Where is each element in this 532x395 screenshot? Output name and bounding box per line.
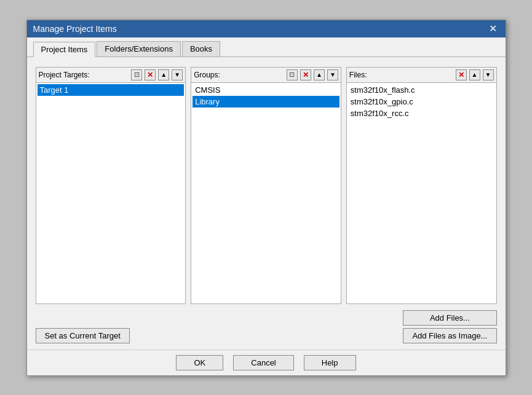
dialog-title: Manage Project Items [33,24,117,34]
new-group-button[interactable]: ⊡ [287,69,298,80]
up-icon: ▲ [472,71,478,78]
files-panel: Files: ✕ ▲ ▼ stm32f10x_flash.c stm32f10x… [346,67,497,304]
list-item[interactable]: Library [193,96,339,108]
add-files-as-image-button[interactable]: Add Files as Image... [403,328,496,343]
set-current-target-button[interactable]: Set as Current Target [36,328,130,343]
groups-label: Groups: [194,71,284,79]
bottom-right: Add Files... Add Files as Image... [403,310,496,343]
down-icon: ▼ [174,71,180,78]
list-item[interactable]: stm32f10x_gpio.c [348,96,495,108]
down-icon: ▼ [485,71,491,78]
delete-icon: ✕ [147,71,153,79]
list-item[interactable]: stm32f10x_rcc.c [348,108,495,119]
delete-file-button[interactable]: ✕ [456,69,467,80]
help-button[interactable]: Help [304,355,356,370]
delete-group-button[interactable]: ✕ [300,69,311,80]
cancel-button[interactable]: Cancel [233,355,293,370]
up-icon: ▲ [316,71,322,78]
bottom-row: Set as Current Target Add Files... Add F… [36,310,497,343]
dialog-body: Project Targets: ⊡ ✕ ▲ ▼ Target 1 [27,57,506,350]
delete-icon: ✕ [303,71,309,79]
project-targets-list[interactable]: Target 1 [36,83,186,303]
list-item[interactable]: stm32f10x_flash.c [348,84,495,96]
files-header: Files: ✕ ▲ ▼ [347,68,496,83]
groups-panel: Groups: ⊡ ✕ ▲ ▼ CMSIS Libr [191,67,341,304]
tab-folders-extensions[interactable]: Folders/Extensions [97,41,181,57]
files-label: Files: [349,71,453,79]
bottom-left: Set as Current Target [36,328,130,343]
up-icon: ▲ [161,71,167,78]
groups-list[interactable]: CMSIS Library [191,83,341,303]
project-targets-header: Project Targets: ⊡ ✕ ▲ ▼ [36,68,186,83]
delete-icon: ✕ [458,71,464,79]
project-targets-label: Project Targets: [39,71,129,79]
down-icon: ▼ [330,71,336,78]
delete-target-button[interactable]: ✕ [145,69,156,80]
groups-header: Groups: ⊡ ✕ ▲ ▼ [191,68,341,83]
add-files-button[interactable]: Add Files... [403,310,496,326]
move-group-down-button[interactable]: ▼ [327,69,338,80]
close-button[interactable]: ✕ [486,24,499,34]
panels-row: Project Targets: ⊡ ✕ ▲ ▼ Target 1 [36,67,497,304]
dialog-footer: OK Cancel Help [27,350,506,375]
new-icon: ⊡ [134,71,140,79]
manage-project-items-dialog: Manage Project Items ✕ Project Items Fol… [26,20,506,376]
title-bar: Manage Project Items ✕ [27,20,506,37]
list-item[interactable]: Target 1 [38,84,185,96]
new-target-button[interactable]: ⊡ [131,69,142,80]
move-target-up-button[interactable]: ▲ [158,69,169,80]
list-item[interactable]: CMSIS [193,84,339,96]
new-icon: ⊡ [289,71,295,79]
tab-project-items[interactable]: Project Items [33,42,96,57]
project-targets-panel: Project Targets: ⊡ ✕ ▲ ▼ Target 1 [36,67,186,304]
move-target-down-button[interactable]: ▼ [172,69,183,80]
move-file-down-button[interactable]: ▼ [483,69,494,80]
move-file-up-button[interactable]: ▲ [469,69,480,80]
tabs-bar: Project Items Folders/Extensions Books [27,37,506,57]
files-list[interactable]: stm32f10x_flash.c stm32f10x_gpio.c stm32… [347,83,496,303]
tab-books[interactable]: Books [182,41,220,57]
ok-button[interactable]: OK [176,355,223,370]
move-group-up-button[interactable]: ▲ [314,69,325,80]
